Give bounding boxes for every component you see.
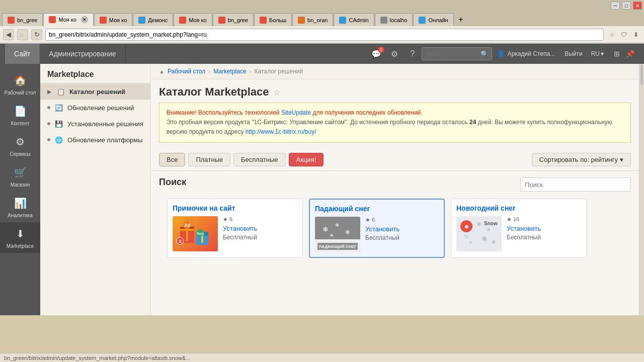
arrow-icon: ▶: [47, 89, 51, 95]
siteupdate-link[interactable]: SiteUpdate: [281, 109, 311, 116]
tab-localhost[interactable]: localho: [375, 13, 413, 26]
sidebar-item-services[interactable]: ⚙ Сервисы: [0, 130, 40, 161]
address-input[interactable]: [45, 29, 604, 41]
logout-btn[interactable]: Выйти: [560, 50, 587, 57]
product-title-primochki[interactable]: Примочки на сайт: [173, 204, 297, 212]
breadcrumb-marketplace-link[interactable]: Marketplace: [213, 68, 246, 75]
refresh-btn[interactable]: ↻: [31, 29, 42, 40]
product-rating-new-snow: ★ 16: [507, 216, 581, 223]
notif-badge: 2: [378, 47, 384, 53]
product-card-new-snow[interactable]: Новогодний снег ❄ ❄ ❄: [451, 199, 587, 258]
filter-free-btn[interactable]: Бесплатные: [233, 153, 286, 166]
product-title-new-snow[interactable]: Новогодний снег: [456, 204, 581, 212]
nav-item-catalog[interactable]: ▶ 📋 Каталог решений: [40, 83, 150, 100]
tab-bn-gree-2[interactable]: bn_gree: [213, 13, 254, 26]
tab-favicon: [8, 17, 15, 24]
buy-link[interactable]: http://www.1c-bitrix.ru/buy/: [246, 128, 316, 135]
product-thumb-primochki: Jul Sun 3: [173, 216, 218, 251]
tab-bn-gree-1[interactable]: bn_gree: [2, 13, 43, 26]
svg-text:❄: ❄: [492, 239, 496, 245]
product-price-primochki: Бесплатный: [223, 234, 257, 241]
favorite-star-icon[interactable]: ☆: [273, 87, 280, 97]
svg-text:❄: ❄: [481, 235, 488, 243]
settings-nav-btn[interactable]: ⚙: [385, 44, 404, 64]
search-icon: 🔍: [480, 50, 489, 58]
tab-close-btn[interactable]: ✕: [81, 16, 88, 23]
user-name: Аркадий Степа...: [508, 50, 555, 57]
site-nav-btn[interactable]: Сайт: [5, 44, 40, 64]
help-nav-btn[interactable]: ?: [404, 44, 422, 64]
sidebar-item-marketplace[interactable]: ⬇ Marketplace: [0, 222, 40, 253]
tab-bn-oran[interactable]: bn_oran: [292, 13, 333, 26]
svg-text:❄: ❄: [335, 222, 339, 228]
filter-promo-btn[interactable]: Акция!: [289, 153, 324, 166]
tab-favicon-8: [339, 17, 346, 24]
notifications-btn[interactable]: 💬 2: [367, 44, 385, 64]
product-search-input[interactable]: [520, 177, 631, 192]
product-rating-primochki: ★ 6: [223, 216, 297, 223]
svg-text:❄: ❄: [469, 240, 472, 245]
grid-icon[interactable]: ⊞: [611, 48, 623, 60]
scrollbar-thumb[interactable]: [640, 65, 643, 85]
nav-item-installed[interactable]: 💾 Установленные решения: [40, 116, 150, 132]
tab-onlayn[interactable]: Онлайн: [413, 13, 453, 26]
svg-text:❄: ❄: [487, 227, 491, 232]
product-card-primochki[interactable]: Примочки на сайт: [167, 199, 303, 258]
tab-moya-ko-2[interactable]: Моя ко: [94, 13, 132, 26]
filter-paid-btn[interactable]: Платные: [188, 153, 230, 166]
product-body-new-snow: ❄ ❄ ❄ ❄ ❄ ❄ ❄ Snow: [456, 216, 581, 251]
product-card-falling-snow[interactable]: Падающий снег Падающий снег: [309, 199, 445, 258]
sidebar-item-shop[interactable]: 🛒 Магазин: [0, 161, 40, 192]
top-search-box: 🔍: [422, 47, 492, 60]
filter-bar: Все Платные Бесплатные Акция! Сортироват…: [151, 149, 639, 171]
nav-item-platform[interactable]: 🌐 Обновление платформы: [40, 132, 150, 148]
nav-item-updates[interactable]: 🔄 Обновление решений: [40, 100, 150, 116]
status-url: bn_green/bitrix/admin/update_system_mark…: [4, 355, 190, 361]
user-section[interactable]: 👤 Аркадий Степа...: [492, 50, 560, 57]
minimize-btn[interactable]: ─: [611, 2, 620, 10]
tab-bolsh[interactable]: Больш: [254, 13, 292, 26]
product-install-falling-snow[interactable]: Установить: [365, 225, 439, 233]
content-area: ▲ Рабочий стол › Marketplace › Каталог р…: [151, 64, 639, 315]
star-addr-icon[interactable]: ☆: [607, 30, 617, 40]
back-btn[interactable]: ◀: [3, 29, 14, 40]
tab-cadmin[interactable]: CAdmin: [334, 13, 374, 26]
svg-text:Sun: Sun: [196, 231, 204, 236]
tab-favicon-7: [298, 17, 305, 24]
breadcrumb-desktop-link[interactable]: Рабочий стол: [168, 68, 205, 75]
breadcrumb: ▲ Рабочий стол › Marketplace › Каталог р…: [151, 64, 639, 79]
services-icon: ⚙: [13, 134, 28, 149]
scrollbar-track[interactable]: [639, 64, 644, 315]
sidebar-item-content[interactable]: 📄 Контент: [0, 100, 40, 130]
tab-favicon-10: [419, 17, 426, 24]
tab-moya-ko-active[interactable]: Моя ко ✕: [43, 13, 93, 26]
sidebar-item-analytics[interactable]: 📊 Аналитика: [0, 192, 40, 222]
dot-icon-2: [47, 122, 50, 125]
product-install-new-snow[interactable]: Установить: [507, 225, 581, 232]
close-btn[interactable]: ✕: [633, 2, 642, 10]
tab-demons[interactable]: Демонс: [133, 13, 173, 26]
top-search-input[interactable]: [425, 50, 480, 57]
forward-btn[interactable]: ▶: [17, 29, 28, 40]
new-tab-btn[interactable]: +: [454, 13, 467, 26]
catalog-icon: 📋: [56, 87, 65, 96]
svg-text:❄: ❄: [323, 225, 329, 233]
admin-nav-btn[interactable]: Администрирование: [40, 44, 126, 64]
filter-all-btn[interactable]: Все: [159, 153, 185, 166]
product-price-falling-snow: Бесплатный: [365, 234, 399, 241]
sidebar-item-desktop[interactable]: 🏠 Рабочий стол: [0, 69, 40, 100]
pin-icon[interactable]: 📌: [624, 48, 636, 60]
status-bar: bn_green/bitrix/admin/update_system_mark…: [0, 353, 644, 362]
product-install-primochki[interactable]: Установить: [223, 225, 297, 232]
marketplace-icon: ⬇: [13, 226, 28, 241]
products-grid: Примочки на сайт: [159, 199, 631, 266]
tab-moya-ko-3[interactable]: Моя ко: [174, 13, 212, 26]
lang-btn[interactable]: RU ▾: [587, 50, 608, 57]
download-icon[interactable]: ⬇: [631, 30, 641, 40]
content-icon: 📄: [13, 104, 28, 119]
product-title-falling-snow[interactable]: Падающий снег: [315, 205, 439, 213]
product-info-primochki: ★ 6 Установить Бесплатный: [223, 216, 297, 251]
sort-btn[interactable]: Сортировать по: рейтингу ▾: [532, 153, 631, 166]
maximize-btn[interactable]: □: [622, 2, 631, 10]
lang-chevron-icon: ▾: [601, 50, 604, 57]
